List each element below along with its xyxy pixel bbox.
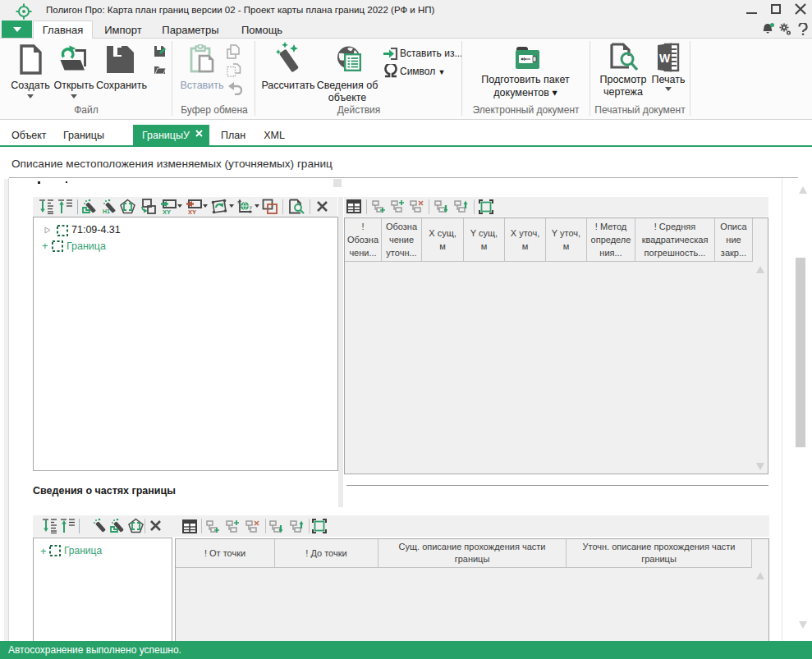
svg-text:H1: H1: [103, 208, 110, 214]
svg-text:XY: XY: [163, 208, 171, 214]
svg-text:W: W: [659, 52, 671, 65]
svg-text:y: y: [250, 204, 252, 209]
svg-text:XY: XY: [188, 208, 196, 214]
svg-text:x: x: [237, 199, 240, 204]
